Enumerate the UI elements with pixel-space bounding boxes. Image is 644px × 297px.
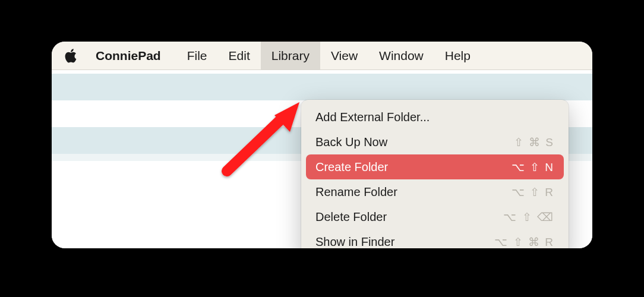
menu-file[interactable]: File bbox=[176, 42, 218, 69]
menu-item-label: Delete Folder bbox=[315, 210, 387, 224]
menu-show-in-finder[interactable]: Show in Finder ⌥ ⇧ ⌘ R bbox=[306, 229, 564, 248]
menu-create-folder[interactable]: Create Folder ⌥ ⇧ N bbox=[306, 154, 564, 179]
window: ConniePad File Edit Library View Window … bbox=[52, 42, 592, 248]
menu-item-shortcut: ⌥ ⇧ N bbox=[512, 160, 554, 174]
menu-help[interactable]: Help bbox=[434, 42, 481, 69]
menu-item-label: Create Folder bbox=[315, 160, 388, 174]
apple-logo-icon[interactable] bbox=[62, 49, 79, 63]
app-name[interactable]: ConniePad bbox=[96, 49, 161, 63]
menu-add-external-folder[interactable]: Add External Folder... bbox=[306, 105, 564, 129]
library-dropdown-menu: Add External Folder... Back Up Now ⇧ ⌘ S… bbox=[301, 100, 569, 248]
menu-window[interactable]: Window bbox=[368, 42, 434, 69]
menu-edit[interactable]: Edit bbox=[218, 42, 261, 69]
menu-back-up-now[interactable]: Back Up Now ⇧ ⌘ S bbox=[306, 129, 564, 154]
menu-item-label: Rename Folder bbox=[315, 185, 397, 199]
menu-item-shortcut: ⌥ ⇧ ⌘ R bbox=[494, 235, 554, 249]
menu-delete-folder[interactable]: Delete Folder ⌥ ⇧ ⌫ bbox=[306, 204, 564, 229]
menu-item-shortcut: ⌥ ⇧ R bbox=[512, 185, 554, 199]
menu-item-label: Add External Folder... bbox=[315, 110, 430, 124]
menu-view[interactable]: View bbox=[320, 42, 368, 69]
menu-item-label: Back Up Now bbox=[315, 135, 387, 149]
menu-item-shortcut: ⇧ ⌘ S bbox=[514, 135, 554, 149]
background-stripe bbox=[52, 74, 592, 100]
menubar: ConniePad File Edit Library View Window … bbox=[52, 42, 592, 70]
document-body: Add External Folder... Back Up Now ⇧ ⌘ S… bbox=[52, 70, 592, 248]
menu-library[interactable]: Library bbox=[261, 42, 320, 69]
menu-rename-folder[interactable]: Rename Folder ⌥ ⇧ R bbox=[306, 179, 564, 204]
menu-item-label: Show in Finder bbox=[315, 235, 394, 249]
menu-item-shortcut: ⌥ ⇧ ⌫ bbox=[503, 210, 554, 224]
